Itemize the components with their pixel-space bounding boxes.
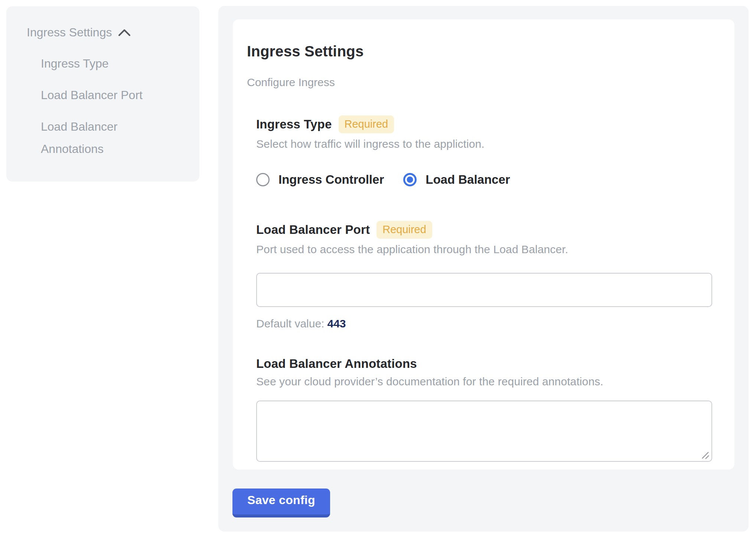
radio-circle-icon[interactable] [256,173,270,186]
sidebar-item-list: Ingress Type Load Balancer Port Load Bal… [27,52,188,160]
radio-label: Load Balancer [426,173,510,187]
load-balancer-port-input[interactable] [256,273,712,307]
load-balancer-annotations-label: Load Balancer Annotations [256,357,417,371]
load-balancer-annotations-textarea[interactable] [256,401,712,462]
ingress-type-label: Ingress Type [256,117,332,131]
page-subtitle: Configure Ingress [247,76,712,89]
sidebar-item-load-balancer-port[interactable]: Load Balancer Port [41,84,171,106]
section-load-balancer-port: Load Balancer Port Required Port used to… [256,221,712,330]
save-config-button[interactable]: Save config [232,489,330,517]
load-balancer-annotations-description: See your cloud provider’s documentation … [256,375,712,388]
sidebar-group-ingress-settings[interactable]: Ingress Settings [27,24,188,40]
required-badge: Required [377,221,432,239]
page-title: Ingress Settings [247,43,712,60]
radio-option-ingress-controller[interactable]: Ingress Controller [256,173,384,187]
default-value-label: Default value: [256,317,324,330]
radio-circle-icon[interactable] [403,173,417,186]
chevron-up-icon[interactable] [118,28,131,37]
ingress-settings-card: Ingress Settings Configure Ingress Ingre… [233,19,734,470]
section-load-balancer-annotations: Load Balancer Annotations See your cloud… [256,357,712,462]
sidebar-item-load-balancer-annotations[interactable]: Load Balancer Annotations [41,115,171,160]
default-value-line: Default value:443 [256,317,712,330]
section-ingress-type: Ingress Type Required Select how traffic… [256,115,712,187]
resize-handle-icon[interactable] [701,450,710,460]
ingress-type-description: Select how traffic will ingress to the a… [256,138,712,150]
load-balancer-port-description: Port used to access the application thro… [256,243,712,256]
required-badge: Required [339,115,394,133]
sidebar-group-title[interactable]: Ingress Settings [27,24,112,40]
ingress-type-options: Ingress Controller Load Balancer [256,173,712,187]
default-value-number: 443 [327,317,346,330]
settings-sidebar: Ingress Settings Ingress Type Load Balan… [6,6,199,182]
sidebar-item-ingress-type[interactable]: Ingress Type [41,52,171,75]
radio-option-load-balancer[interactable]: Load Balancer [403,173,510,187]
radio-label: Ingress Controller [278,173,384,187]
load-balancer-port-label: Load Balancer Port [256,223,370,237]
ingress-settings-panel: Ingress Settings Configure Ingress Ingre… [218,6,749,532]
